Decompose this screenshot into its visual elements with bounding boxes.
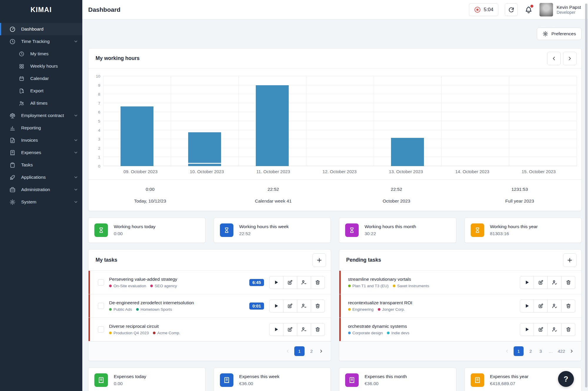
briefcase-icon <box>9 187 16 193</box>
refresh-button[interactable] <box>505 3 518 16</box>
avatar[interactable] <box>539 3 553 16</box>
users-icon <box>19 101 24 106</box>
pagination-page[interactable]: 2 <box>528 349 534 354</box>
chart-gridline <box>103 103 577 103</box>
task-title[interactable]: Persevering value-added strategy <box>109 277 249 282</box>
pagination-next[interactable] <box>569 349 574 354</box>
task-panel-footer: 123…422 <box>339 341 582 361</box>
sidebar-item-label: All times <box>30 101 78 106</box>
sidebar-item-my-times[interactable]: My times <box>0 48 82 60</box>
tag-color-dot <box>150 285 153 287</box>
sidebar-item-system[interactable]: System <box>0 196 82 208</box>
task-row: orchestrate dynamic systemsCorporate des… <box>339 318 582 341</box>
active-timer-button[interactable]: 5:04 <box>469 3 498 16</box>
stat-card-text: Working hours this week22:52 <box>239 224 289 236</box>
task-checkbox[interactable] <box>98 279 104 285</box>
sidebar-item-employment-contract[interactable]: Employment contract <box>0 109 82 122</box>
tag-label: Acme Comp. <box>157 331 180 335</box>
play-button[interactable] <box>269 300 283 313</box>
task-tag: Engineering <box>348 307 374 312</box>
tag-label: Jonger Corp. <box>382 307 405 312</box>
refresh-icon <box>508 6 514 13</box>
sidebar-item-label: Tasks <box>21 162 78 168</box>
trash-button[interactable] <box>311 323 325 336</box>
user-minus-button[interactable] <box>297 276 311 289</box>
pagination-page[interactable]: 422 <box>558 349 565 354</box>
notifications-button[interactable] <box>524 5 533 14</box>
play-button[interactable] <box>520 300 534 313</box>
task-panel-title: My tasks <box>96 257 117 263</box>
play-button[interactable] <box>520 276 534 289</box>
stat-card-value: 0.00 <box>114 381 146 386</box>
user-check-button[interactable] <box>547 276 562 289</box>
pagination-next[interactable] <box>319 349 324 354</box>
play-button[interactable] <box>269 323 283 336</box>
user-menu[interactable]: Kevin Papst Developer <box>539 3 581 16</box>
user-minus-button[interactable] <box>297 300 311 313</box>
chart-prev-button[interactable] <box>547 52 561 65</box>
task-actions <box>520 300 575 313</box>
trash-button[interactable] <box>311 300 325 313</box>
help-button[interactable]: ? <box>558 371 574 387</box>
sidebar-item-label: Invoices <box>21 138 74 143</box>
trash-button[interactable] <box>561 323 575 336</box>
pagination-page[interactable]: 3 <box>538 349 544 354</box>
sidebar-item-weekly-hours[interactable]: Weekly hours <box>0 60 82 72</box>
tag-label: On-Site evaluation <box>113 284 146 288</box>
pagination-page[interactable]: 2 <box>309 349 315 354</box>
edit-button[interactable] <box>534 276 548 289</box>
task-title[interactable]: orchestrate dynamic systems <box>348 324 520 329</box>
task-checkbox[interactable] <box>98 326 104 332</box>
pagination-page[interactable]: 1 <box>294 346 304 356</box>
task-tag: Plan T1 and T3 (EU) <box>348 284 389 288</box>
add-task-button[interactable] <box>563 253 577 267</box>
user-check-button[interactable] <box>547 300 562 313</box>
task-checkbox[interactable] <box>98 303 104 309</box>
task-title[interactable]: Diverse reciprocal circuit <box>109 324 269 329</box>
trash-button[interactable] <box>561 276 575 289</box>
sidebar-item-tasks[interactable]: Tasks <box>0 159 82 171</box>
sidebar-item-applications[interactable]: Applications <box>0 171 82 183</box>
sidebar-item-label: System <box>21 199 74 205</box>
chart-column-gridline <box>238 76 239 166</box>
task-title[interactable]: De-engineered zerodefect internetsolutio… <box>109 300 249 305</box>
play-button[interactable] <box>520 323 534 336</box>
preferences-button[interactable]: Preferences <box>537 28 582 40</box>
sidebar-item-invoices[interactable]: Invoices <box>0 134 82 146</box>
chart-next-button[interactable] <box>563 52 577 65</box>
edit-button[interactable] <box>283 323 297 336</box>
sidebar-item-calendar[interactable]: Calendar <box>0 72 82 85</box>
vertical-scrollbar-thumb[interactable] <box>585 4 587 387</box>
edit-button[interactable] <box>534 323 548 336</box>
add-task-button[interactable] <box>313 253 326 267</box>
pagination-page[interactable]: 1 <box>514 346 524 356</box>
trash-button[interactable] <box>561 300 575 313</box>
sidebar-item-time-tracking[interactable]: Time Tracking <box>0 35 82 48</box>
task-row: streamline revolutionary vortalsPlan T1 … <box>339 271 582 294</box>
sidebar-item-administration[interactable]: Administration <box>0 183 82 196</box>
sidebar-item-expenses[interactable]: Expenses <box>0 146 82 159</box>
chevron-left-icon <box>285 349 290 354</box>
sidebar-item-reporting[interactable]: Reporting <box>0 122 82 134</box>
task-body: recontextualize transparent ROIEngineeri… <box>339 300 520 312</box>
task-title[interactable]: recontextualize transparent ROI <box>348 300 520 305</box>
y-axis-tick-label: 1 <box>98 155 100 159</box>
edit-button[interactable] <box>283 276 297 289</box>
user-check-icon <box>552 280 557 285</box>
sidebar-item-export[interactable]: Export <box>0 85 82 97</box>
plus-icon <box>316 257 323 263</box>
stat-card-value: 30:22 <box>365 231 416 236</box>
chevron-down-icon <box>74 200 78 204</box>
task-title[interactable]: streamline revolutionary vortals <box>348 277 520 282</box>
pagination-prev[interactable] <box>285 349 290 354</box>
play-button[interactable] <box>269 276 283 289</box>
edit-button[interactable] <box>534 300 548 313</box>
user-minus-button[interactable] <box>297 323 311 336</box>
receipt-icon <box>474 377 481 384</box>
trash-button[interactable] <box>311 276 325 289</box>
sidebar-item-all-times[interactable]: All times <box>0 97 82 109</box>
edit-button[interactable] <box>283 300 297 313</box>
sidebar-item-dashboard[interactable]: Dashboard <box>0 23 82 35</box>
user-check-button[interactable] <box>547 323 562 336</box>
pagination-prev[interactable] <box>505 349 510 354</box>
